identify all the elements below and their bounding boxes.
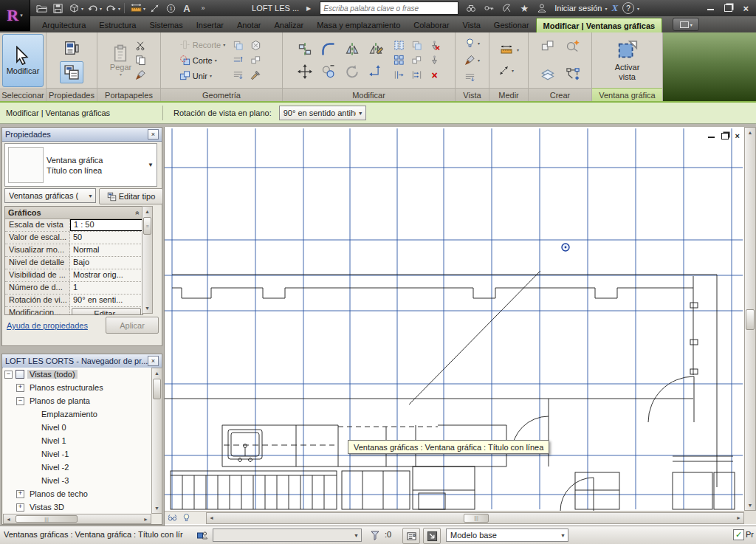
property-value[interactable]: Bajo — [70, 257, 142, 269]
scrollbar-thumb[interactable] — [153, 379, 161, 399]
scroll-down-arrow[interactable]: ▼ — [142, 303, 152, 313]
sync-button[interactable] — [66, 1, 81, 15]
edit-type-button[interactable]: Editar tipo — [99, 188, 163, 204]
pin-button[interactable] — [427, 54, 441, 67]
browser-vertical-scrollbar[interactable]: ▲ ▼ — [151, 368, 162, 514]
properties-scrollbar[interactable]: ▲ ≡ ▼ — [142, 206, 153, 314]
scroll-left-arrow[interactable]: ◄ — [207, 513, 216, 523]
design-option-select[interactable]: Modelo base ▼ — [446, 528, 568, 542]
chevron-down-icon[interactable]: ▾ — [118, 6, 120, 11]
tree-expander[interactable]: + — [16, 490, 24, 498]
tree-item[interactable]: Nivel -1 — [3, 447, 151, 461]
property-value[interactable]: 90° en senti... — [70, 295, 142, 306]
redo-button[interactable] — [103, 1, 118, 15]
search-input[interactable] — [320, 1, 458, 15]
array-button[interactable] — [392, 54, 406, 67]
chevron-down-icon[interactable]: ▾ — [143, 6, 145, 11]
scroll-up-arrow[interactable]: ▲ — [152, 368, 162, 378]
apply-button[interactable]: Aplicar — [106, 317, 159, 334]
measure-between-button[interactable]: ▾ — [498, 63, 519, 78]
unjoin-button[interactable] — [249, 54, 263, 67]
tree-item[interactable]: Nivel 0 — [3, 421, 151, 434]
browser-horizontal-scrollbar[interactable]: ◄ ||| ► — [3, 514, 151, 524]
exchange-apps-icon[interactable]: X — [611, 2, 618, 14]
undo-button[interactable] — [85, 1, 100, 15]
workset-select[interactable]: ▼ — [213, 528, 362, 542]
panel-label-medir[interactable]: Medir — [489, 88, 528, 101]
collapse-chevron-icon[interactable]: » — [134, 210, 142, 215]
search-button[interactable] — [464, 2, 478, 14]
demolish-button[interactable] — [249, 69, 263, 82]
tree-item-label[interactable]: Vistas (todo) — [27, 370, 78, 379]
copy-button[interactable] — [134, 54, 148, 67]
properties-palette-button[interactable] — [61, 38, 83, 58]
duplicate-view-button[interactable] — [539, 66, 557, 83]
scrollbar-thumb[interactable] — [746, 309, 755, 330]
scale-button[interactable] — [410, 54, 424, 67]
filter-select[interactable]: Ventanas gráficas ( ▼ — [4, 188, 96, 203]
activate-view-button[interactable]: Activar vista — [605, 36, 650, 85]
offset-button[interactable] — [231, 54, 245, 67]
ribbon-tab[interactable]: Estructura — [92, 18, 142, 32]
close-icon[interactable]: × — [148, 129, 159, 140]
panel-label-ventana-grafica[interactable]: Ventana gráfica — [592, 88, 662, 101]
ribbon-tab[interactable]: Sistemas — [142, 18, 189, 32]
property-row[interactable]: Rotación de vi... 90° en senti... — [5, 295, 142, 307]
subscription-center-button[interactable] — [500, 2, 513, 14]
mirror-draw-axis-button[interactable] — [366, 40, 385, 59]
delete-button[interactable]: × — [427, 69, 441, 82]
minimize-view-button[interactable] — [708, 134, 715, 138]
align-button[interactable] — [295, 40, 315, 59]
chevron-down-icon[interactable]: ▾ — [605, 6, 607, 11]
tree-item[interactable]: Emplazamiento — [3, 407, 151, 421]
expand-toolbar-button[interactable]: » — [196, 1, 210, 15]
save-button[interactable] — [50, 1, 65, 15]
split-with-gap-button[interactable] — [410, 39, 424, 52]
sign-in-label[interactable]: Iniciar sesión — [554, 4, 602, 13]
close-view-button[interactable]: × — [735, 131, 740, 140]
tree-item-label[interactable]: Emplazamiento — [39, 410, 100, 419]
tree-item[interactable]: + Planos estructurales — [3, 381, 151, 394]
scroll-down-arrow[interactable]: ▼ — [745, 500, 755, 510]
tree-item-label[interactable]: Planos de techo — [27, 489, 90, 498]
text-button[interactable]: A — [179, 1, 194, 15]
property-value[interactable]: 50 — [70, 232, 142, 244]
property-row[interactable]: Modificacion... Editar... — [5, 307, 142, 315]
cope-button[interactable]: Corte ▾ — [179, 53, 226, 68]
paste-button[interactable]: Pegar ▾ — [110, 44, 131, 77]
restore-view-button[interactable] — [721, 133, 729, 140]
scroll-up-arrow[interactable]: ▲ — [142, 207, 152, 216]
scrollbar-thumb[interactable]: ≡ — [143, 217, 151, 235]
rotate-button[interactable] — [343, 62, 362, 81]
title-flyout-arrow-icon[interactable]: ▶ — [306, 5, 311, 12]
tree-item-label[interactable]: Vistas 3D — [27, 503, 66, 512]
ribbon-tab[interactable]: Masa y emplazamiento — [310, 18, 407, 32]
tree-item-label[interactable]: Nivel -1 — [39, 450, 71, 458]
project-browser-header[interactable]: LOFT LES CORTS - Navegador de pr... × — [2, 354, 162, 368]
tree-item[interactable]: Nivel -2 — [3, 461, 151, 474]
panel-label-portapapeles[interactable]: Portapapeles — [97, 88, 160, 101]
property-row[interactable]: Visualizar mo... Normal — [5, 244, 142, 257]
property-value[interactable]: Mostrar orig... — [70, 269, 142, 281]
ribbon-tab[interactable]: Anotar — [230, 18, 267, 32]
help-icon[interactable]: ? — [622, 2, 634, 14]
type-selector[interactable]: Ventana gráfica Título con línea ▼ — [4, 143, 157, 187]
offset-button[interactable] — [319, 40, 338, 59]
trim-corner-button[interactable] — [366, 62, 385, 81]
measure-button[interactable]: ▾ — [498, 43, 519, 58]
join-button[interactable]: Unir ▾ — [179, 69, 226, 83]
ribbon-tab[interactable]: Insertar — [190, 18, 230, 32]
rotation-select[interactable]: 90° en sentido antihc ▼ — [279, 106, 366, 120]
tree-item[interactable]: Nivel 1 — [3, 434, 151, 447]
cut-button[interactable] — [134, 39, 148, 52]
hidden-elements-button[interactable]: ▾ — [464, 36, 480, 51]
unpin-button[interactable] — [427, 39, 441, 52]
restore-button[interactable] — [724, 4, 732, 12]
measure-button[interactable] — [128, 1, 143, 15]
favorites-button[interactable]: ★ — [518, 2, 531, 14]
temporary-hide-bulb-icon[interactable] — [182, 513, 191, 523]
panel-label-vista[interactable]: Vista — [456, 88, 489, 101]
match-type-button[interactable] — [134, 69, 148, 82]
ribbon-tab[interactable]: Gestionar — [487, 18, 536, 32]
move-button[interactable] — [295, 62, 315, 81]
